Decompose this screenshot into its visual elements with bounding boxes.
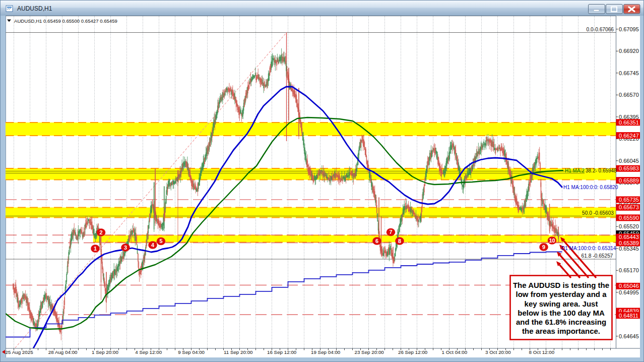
svg-text:key swing area. Just: key swing area. Just <box>525 299 598 308</box>
svg-text:10: 10 <box>549 237 555 244</box>
svg-text:H1 MA:100:0:0: 0.65820: H1 MA:100:0:0: 0.65820 <box>563 185 618 190</box>
svg-text:0.66247: 0.66247 <box>619 133 639 139</box>
svg-text:3: 3 <box>124 245 127 251</box>
svg-text:0.65443: 0.65443 <box>619 234 639 240</box>
svg-text:1 Sep 20:00: 1 Sep 20:00 <box>92 349 118 355</box>
svg-text:5: 5 <box>159 238 162 244</box>
svg-text:0.66745: 0.66745 <box>619 70 639 76</box>
svg-text:0.65046: 0.65046 <box>619 283 639 289</box>
svg-text:26 Sep 12:00: 26 Sep 12:00 <box>398 349 428 355</box>
svg-text:11 Sep 20:00: 11 Sep 20:00 <box>224 349 253 355</box>
svg-text:0.66045: 0.66045 <box>619 158 639 164</box>
svg-text:8 Oct 12:00: 8 Oct 12:00 <box>529 349 555 355</box>
svg-text:25 Aug 2025: 25 Aug 2025 <box>6 349 34 355</box>
svg-text:0.64995: 0.64995 <box>619 289 639 295</box>
svg-text:2: 2 <box>99 229 102 235</box>
svg-text:0.67095: 0.67095 <box>619 26 639 32</box>
svg-text:50.0 -0.65603: 50.0 -0.65603 <box>582 210 614 216</box>
svg-text:6: 6 <box>375 238 378 244</box>
svg-text:28 Aug 04:00: 28 Aug 04:00 <box>48 349 78 355</box>
svg-text:8: 8 <box>398 238 401 244</box>
svg-text:0.65389: 0.65389 <box>619 240 639 246</box>
svg-text:AUDUSD,H1 0.65459 0.65500 0.6: AUDUSD,H1 0.65459 0.65500 0.65427 0.6545… <box>14 18 117 24</box>
svg-text:0.65889: 0.65889 <box>619 177 639 184</box>
svg-text:0.65590: 0.65590 <box>619 215 639 221</box>
svg-text:23 Sep 20:00: 23 Sep 20:00 <box>355 349 384 355</box>
svg-text:0.64811: 0.64811 <box>619 313 638 319</box>
svg-text:3 Oct 20:00: 3 Oct 20:00 <box>485 349 511 355</box>
svg-text:9: 9 <box>542 244 545 250</box>
svg-text:0.65520: 0.65520 <box>619 223 639 229</box>
svg-text:0.66920: 0.66920 <box>619 48 639 54</box>
svg-text:0.66570: 0.66570 <box>619 92 639 98</box>
svg-text:9 Sep 04:00: 9 Sep 04:00 <box>178 349 205 355</box>
svg-text:1 Oct 04:00: 1 Oct 04:00 <box>442 349 468 355</box>
svg-text:0.65983: 0.65983 <box>619 165 639 171</box>
svg-text:D1 MA:100:0:0: 0.65314: D1 MA:100:0:0: 0.65314 <box>561 246 616 251</box>
svg-text:0.65735: 0.65735 <box>619 197 639 203</box>
svg-text:4: 4 <box>151 242 155 248</box>
svg-text:0.65673: 0.65673 <box>619 204 639 210</box>
svg-text:4 Sep 12:00: 4 Sep 12:00 <box>135 349 162 355</box>
svg-text:61.8 -0.65257: 61.8 -0.65257 <box>582 253 613 259</box>
svg-text:7: 7 <box>389 229 392 235</box>
svg-text:AUDUSD,H1: AUDUSD,H1 <box>17 5 52 12</box>
svg-text:below is the 100 day MA: below is the 100 day MA <box>518 309 605 317</box>
svg-text:and the 61.8% increasing: and the 61.8% increasing <box>516 318 606 326</box>
svg-text:16 Sep 12:00: 16 Sep 12:00 <box>267 349 297 355</box>
svg-text:H1 MA:20: H1 MA:20 <box>565 168 588 173</box>
svg-text:19 Sep 04:00: 19 Sep 04:00 <box>311 349 341 355</box>
svg-text:0.0-0.67066: 0.0-0.67066 <box>587 27 614 32</box>
svg-text:The AUDUSD is testing the: The AUDUSD is testing the <box>513 281 609 289</box>
svg-text:0.65170: 0.65170 <box>619 267 639 273</box>
svg-text:0.66351: 0.66351 <box>619 119 639 126</box>
svg-text:the areas importance.: the areas importance. <box>522 327 600 335</box>
svg-text:1: 1 <box>94 246 97 252</box>
svg-text:0.64645: 0.64645 <box>619 333 639 339</box>
svg-text:38.2- 0.65948: 38.2- 0.65948 <box>586 168 617 173</box>
svg-text:low from yesterday and a: low from yesterday and a <box>516 290 607 298</box>
